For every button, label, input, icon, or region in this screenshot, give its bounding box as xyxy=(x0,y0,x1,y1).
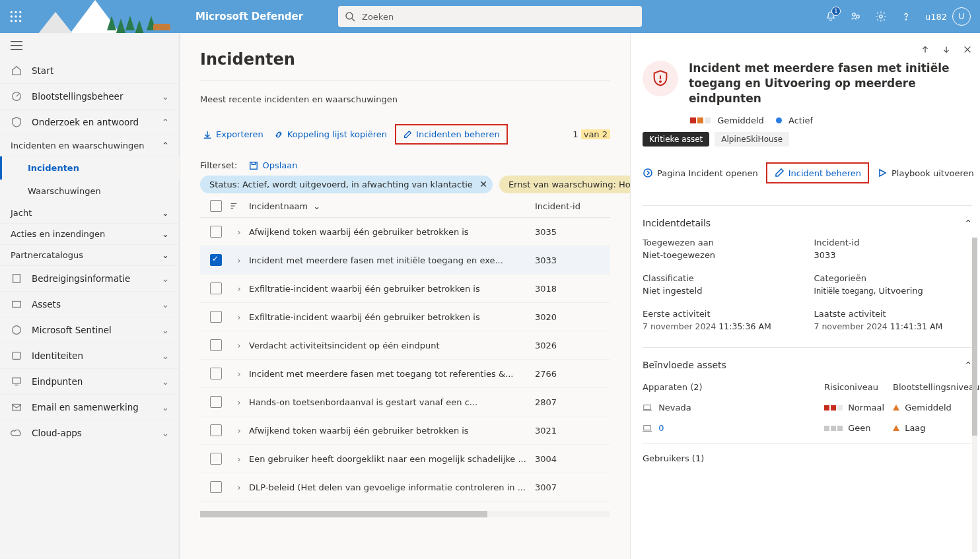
row-checkbox[interactable] xyxy=(210,396,222,408)
col-incident-id[interactable]: Incident-id xyxy=(535,201,608,211)
row-name: Afwijkend token waarbij één gebruiker be… xyxy=(249,426,535,436)
chevron-up-icon: ⌃ xyxy=(964,360,972,370)
open-icon xyxy=(643,168,653,178)
nav-email[interactable]: Email en samenwerking ⌄ xyxy=(0,395,180,420)
svg-point-8 xyxy=(19,20,21,22)
help-icon[interactable] xyxy=(900,11,912,22)
select-all-checkbox[interactable] xyxy=(210,200,222,212)
svg-rect-36 xyxy=(644,405,651,410)
community-icon[interactable] xyxy=(850,11,862,22)
expand-row-icon[interactable]: › xyxy=(229,454,249,464)
manage-incident-button[interactable]: Incident beheren xyxy=(766,162,869,183)
table-row[interactable]: ›Exfiltratie-incident waarbij één gebrui… xyxy=(200,303,610,331)
table-row[interactable]: ›Incident met meerdere fasen met initiël… xyxy=(200,246,610,275)
nav-alerts[interactable]: Waarschuwingen xyxy=(0,180,180,203)
nav-toggle[interactable] xyxy=(0,33,180,58)
table-row[interactable]: ›Een gebruiker heeft doorgeklikt naar ee… xyxy=(200,445,610,473)
panel-up-icon[interactable] xyxy=(921,45,930,54)
app-launcher-icon[interactable] xyxy=(9,10,22,23)
user-menu[interactable]: u182 U xyxy=(925,7,971,26)
expand-row-icon[interactable]: › xyxy=(229,227,249,237)
nav-exposure[interactable]: Blootstellingsbeheer ⌄ xyxy=(0,84,180,110)
remove-chip-icon[interactable]: ✕ xyxy=(479,179,487,189)
row-checkbox[interactable] xyxy=(210,254,222,266)
copy-link-button[interactable]: Koppeling lijst kopiëren xyxy=(271,127,390,142)
row-id: 3020 xyxy=(535,312,608,322)
row-name: Incident met meerdere fasen met toegang … xyxy=(249,369,535,379)
shield-icon xyxy=(11,116,22,128)
nav-start[interactable]: Start xyxy=(0,58,180,84)
filter-chip-status[interactable]: Status: Actief, wordt uitgevoerd, in afw… xyxy=(200,176,493,193)
expand-row-icon[interactable]: › xyxy=(229,369,249,379)
row-checkbox[interactable] xyxy=(210,453,222,465)
expand-row-icon[interactable]: › xyxy=(229,426,249,436)
notifications-icon[interactable]: 1 xyxy=(825,11,837,22)
global-search[interactable]: Zoeken xyxy=(338,6,642,27)
table-row[interactable]: ›Incident met meerdere fasen met toegang… xyxy=(200,360,610,388)
devices-label: Apparaten (2) xyxy=(643,382,822,392)
expand-row-icon[interactable]: › xyxy=(229,482,249,492)
chevron-down-icon: ⌄ xyxy=(162,402,169,412)
nav-sentinel[interactable]: Microsoft Sentinel ⌄ xyxy=(0,317,180,343)
sort-icon[interactable] xyxy=(229,201,249,211)
open-incident-page-button[interactable]: Pagina Incident openen xyxy=(643,168,758,178)
nav-partner[interactable]: Partnercatalogus ⌄ xyxy=(0,245,180,266)
expand-row-icon[interactable]: › xyxy=(229,397,249,407)
panel-close-icon[interactable] xyxy=(963,45,972,54)
chevron-down-icon: ⌄ xyxy=(313,201,320,211)
row-checkbox[interactable] xyxy=(210,311,222,323)
svg-rect-38 xyxy=(644,426,651,430)
classification-label: Classificatie xyxy=(643,273,801,283)
incident-details-section[interactable]: Incidentdetails ⌃ xyxy=(643,211,972,235)
row-checkbox[interactable] xyxy=(210,368,222,379)
table-row[interactable]: ›Afwijkend token waarbij één gebruiker b… xyxy=(200,416,610,445)
settings-icon[interactable] xyxy=(875,11,887,22)
horizontal-scrollbar[interactable] xyxy=(200,511,610,517)
table-row[interactable]: ›Afwijkend token waarbij één gebruiker b… xyxy=(200,218,610,246)
panel-down-icon[interactable] xyxy=(942,45,951,54)
row-checkbox[interactable] xyxy=(210,226,222,238)
mail-icon xyxy=(11,401,22,413)
row-id: 3021 xyxy=(535,426,608,436)
manage-incidents-button[interactable]: Incidenten beheren xyxy=(395,124,508,145)
expand-row-icon[interactable]: › xyxy=(229,284,249,294)
svg-line-19 xyxy=(17,94,19,96)
nav-investigate[interactable]: Onderzoek en antwoord ⌃ xyxy=(0,110,180,135)
row-checkbox[interactable] xyxy=(210,481,222,493)
row-checkbox[interactable] xyxy=(210,424,222,436)
device-row[interactable]: Nevada Normaal Gemiddeld xyxy=(643,397,972,418)
nav-incidents-alerts[interactable]: Incidenten en waarschuwingen ⌃ xyxy=(0,135,180,156)
nav-assets[interactable]: Assets ⌄ xyxy=(0,292,180,317)
home-icon xyxy=(11,65,22,77)
row-checkbox[interactable] xyxy=(210,282,222,294)
export-button[interactable]: Exporteren xyxy=(200,127,266,142)
panel-scrollbar[interactable] xyxy=(972,238,977,552)
col-incident-name[interactable]: Incidentnaam ⌄ xyxy=(249,201,535,211)
nav-endpoints[interactable]: Eindpunten ⌄ xyxy=(0,369,180,395)
svg-rect-27 xyxy=(250,162,258,169)
nav-incidents[interactable]: Incidenten xyxy=(0,156,180,180)
filters-save-button[interactable]: Opslaan xyxy=(249,160,297,170)
chevron-down-icon: ⌄ xyxy=(162,376,169,387)
table-row[interactable]: ›Exfiltratie-incident waarbij één gebrui… xyxy=(200,275,610,303)
device-row[interactable]: 0 Geen Laag xyxy=(643,418,972,438)
nav-cloud-apps[interactable]: Cloud-apps ⌄ xyxy=(0,420,180,445)
nav-identities[interactable]: Identiteiten ⌄ xyxy=(0,343,180,369)
expand-row-icon[interactable]: › xyxy=(229,312,249,322)
impacted-assets-section[interactable]: Beïnvloede assets ⌃ xyxy=(643,353,972,377)
expand-row-icon[interactable]: › xyxy=(229,341,249,350)
table-row[interactable]: ›DLP-beleid (Het delen van gevoelige inf… xyxy=(200,473,610,502)
nav-actions[interactable]: Acties en inzendingen ⌄ xyxy=(0,224,180,245)
severity-indicator: Gemiddeld xyxy=(690,115,764,125)
table-row[interactable]: ›Verdacht activiteitsincident op één ein… xyxy=(200,331,610,360)
row-checkbox[interactable] xyxy=(210,339,222,351)
first-activity-label: Eerste activiteit xyxy=(643,309,801,319)
nav-threat-intel[interactable]: Bedreigingsinformatie ⌄ xyxy=(0,266,180,292)
nav-hunting[interactable]: Jacht ⌄ xyxy=(0,203,180,224)
run-playbook-button[interactable]: Playbook uitvoeren xyxy=(877,168,974,178)
svg-point-34 xyxy=(660,81,661,82)
table-row[interactable]: ›Hands-on toetsenbordaanval is gestart v… xyxy=(200,388,610,416)
avatar: U xyxy=(952,7,971,26)
exposure-col: Blootstellingsniveau xyxy=(893,382,972,392)
expand-row-icon[interactable]: › xyxy=(229,255,249,265)
